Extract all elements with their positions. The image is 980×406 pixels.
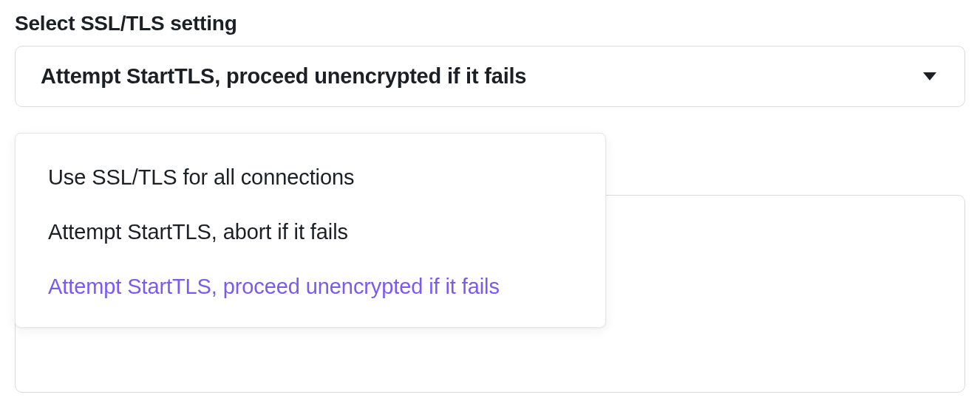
dropdown-option-starttls-proceed[interactable]: Attempt StartTLS, proceed unencrypted if… xyxy=(16,259,605,314)
field-label: Select SSL/TLS setting xyxy=(15,12,965,35)
chevron-down-icon xyxy=(923,72,936,80)
dropdown-option-starttls-abort[interactable]: Attempt StartTLS, abort if it fails xyxy=(16,204,605,259)
ssl-tls-dropdown-menu: Use SSL/TLS for all connections Attempt … xyxy=(15,133,606,328)
select-value: Attempt StartTLS, proceed unencrypted if… xyxy=(41,64,526,89)
ssl-tls-select[interactable]: Attempt StartTLS, proceed unencrypted if… xyxy=(15,46,965,107)
dropdown-option-use-ssl-tls[interactable]: Use SSL/TLS for all connections xyxy=(16,150,605,204)
